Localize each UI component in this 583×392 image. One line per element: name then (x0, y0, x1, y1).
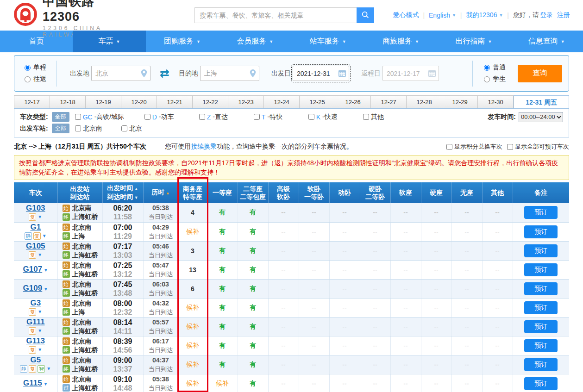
date-tab[interactable]: 12-22 (193, 95, 228, 109)
search-input[interactable] (194, 7, 357, 23)
expand-caret-icon[interactable]: ▼ (46, 365, 51, 373)
col-header-历时[interactable]: 历时 ▲ (143, 182, 178, 203)
expand-caret-icon[interactable]: ▼ (38, 213, 42, 221)
train-code-link[interactable]: G103 (26, 204, 45, 212)
toggle-显示全部可预订车次[interactable]: 显示全部可预订车次 (507, 143, 569, 151)
depart-time-select[interactable]: 00:00--24:00 (519, 112, 563, 122)
round-trip-radio[interactable]: 往返 (25, 75, 46, 83)
checkbox[interactable] (363, 114, 369, 120)
train-type-all-badge[interactable]: 全部 (52, 112, 69, 122)
sort-asc-icon[interactable]: ▲ (164, 191, 169, 195)
train-code-link[interactable]: G1 (30, 223, 41, 231)
nav-item-车票[interactable]: 车票▼ (73, 31, 145, 52)
train-code-link[interactable]: G113 (26, 336, 45, 345)
train-type-filter-GC[interactable]: GC-高铁/城际 (75, 113, 144, 121)
checkbox[interactable] (75, 125, 81, 131)
date-tab[interactable]: 12-25 (300, 95, 335, 109)
date-tab[interactable]: 12-18 (50, 95, 86, 109)
train-code-link[interactable]: G109 (23, 284, 43, 292)
col-header-其他[interactable]: 其他 (482, 182, 513, 203)
col-header-高级软卧[interactable]: 高级软卧 (268, 182, 299, 203)
train-type-filter-其他[interactable]: 其他 (363, 113, 418, 121)
checkbox[interactable] (254, 114, 260, 120)
toggle-显示积分兑换车次[interactable]: 显示积分兑换车次 (446, 143, 502, 151)
love-mode-link[interactable]: 爱心模式 (393, 11, 419, 19)
date-tab[interactable]: 12-29 (442, 95, 478, 109)
train-code-link[interactable]: G115 (23, 379, 42, 387)
col-header-软座[interactable]: 软座 (390, 182, 421, 203)
date-tab[interactable]: 12-27 (371, 95, 407, 109)
col-header-软卧一等卧[interactable]: 软卧一等卧 (299, 182, 329, 203)
book-button[interactable]: 预订 (524, 225, 558, 238)
query-button[interactable]: 查询 (518, 65, 562, 82)
checkbox[interactable] (199, 114, 205, 120)
station-filter-北京[interactable]: 北京 (121, 124, 168, 133)
date-tab[interactable]: 12-17 (14, 95, 50, 109)
nav-item-会员服务[interactable]: 会员服务▼ (219, 31, 291, 52)
date-tab-active[interactable]: 12-31 周五 (514, 95, 569, 110)
train-code-link[interactable]: G3 (30, 299, 41, 307)
expand-caret-icon[interactable]: ▼ (42, 232, 47, 240)
col-header-动卧[interactable]: 动卧 (329, 182, 360, 203)
date-tab[interactable]: 12-20 (121, 95, 157, 109)
expand-caret-icon[interactable]: ▼ (38, 308, 42, 316)
col-header-二等座二等包座[interactable]: 二等座二等包座 (238, 182, 268, 203)
checkbox[interactable] (446, 144, 452, 150)
nav-item-商旅服务[interactable]: 商旅服务▼ (364, 31, 437, 52)
train-type-filter-T[interactable]: T-特快 (254, 113, 308, 121)
station-filter-北京南[interactable]: 北京南 (75, 124, 121, 133)
date-tab[interactable]: 12-30 (478, 95, 514, 109)
expand-caret-icon[interactable]: ▼ (42, 286, 48, 292)
my-12306-link[interactable]: 我的12306▼ (466, 11, 503, 19)
nav-item-出行指南[interactable]: 出行指南▼ (437, 31, 510, 52)
expand-caret-icon[interactable]: ▼ (42, 381, 48, 386)
transfer-link[interactable]: 接续换乘 (191, 143, 217, 150)
english-link[interactable]: English▼ (429, 12, 456, 19)
book-button[interactable]: 预订 (524, 320, 558, 333)
book-button[interactable]: 预订 (524, 263, 558, 276)
expand-caret-icon[interactable]: ▼ (38, 327, 42, 335)
checkbox[interactable] (144, 114, 150, 120)
expand-caret-icon[interactable]: ▼ (38, 346, 42, 354)
sort-asc-icon[interactable]: ▲ (133, 187, 138, 191)
col-header-无座[interactable]: 无座 (451, 182, 482, 203)
nav-item-团购服务[interactable]: 团购服务▼ (146, 31, 219, 52)
book-button[interactable]: 预订 (524, 358, 558, 371)
date-tab[interactable]: 12-21 (157, 95, 193, 109)
col-header-车次[interactable]: 车次 (14, 182, 57, 203)
book-button[interactable]: 预订 (524, 339, 558, 352)
nav-item-首页[interactable]: 首页 (0, 31, 73, 52)
book-button[interactable]: 预订 (524, 301, 558, 314)
date-tab[interactable]: 12-23 (228, 95, 264, 109)
one-way-radio[interactable]: 单程 (25, 63, 46, 72)
col-header-备注[interactable]: 备注 (513, 182, 569, 203)
date-tab[interactable]: 12-19 (86, 95, 121, 109)
date-tab[interactable]: 12-26 (335, 95, 371, 109)
book-button[interactable]: 预订 (524, 377, 558, 390)
normal-radio[interactable]: 普通 (484, 63, 506, 72)
checkbox[interactable] (121, 125, 127, 131)
checkbox[interactable] (75, 114, 81, 120)
train-type-filter-Z[interactable]: Z-直达 (199, 113, 254, 121)
train-code-link[interactable]: G107 (23, 265, 43, 274)
login-link[interactable]: 登录 (540, 11, 553, 19)
station-all-badge[interactable]: 全部 (52, 124, 69, 133)
train-code-link[interactable]: G111 (26, 317, 45, 326)
register-link[interactable]: 注册 (557, 11, 570, 19)
book-button[interactable]: 预订 (524, 282, 558, 295)
date-tab[interactable]: 12-28 (407, 95, 442, 109)
nav-item-站车服务[interactable]: 站车服务▼ (292, 31, 364, 52)
checkbox[interactable] (308, 114, 314, 120)
col-header-出发站到达站[interactable]: 出发站到达站 (57, 182, 102, 203)
train-type-filter-K[interactable]: K-快速 (308, 113, 363, 121)
nav-item-信息查询[interactable]: 信息查询▼ (510, 31, 583, 52)
col-header-一等座[interactable]: 一等座 (207, 182, 238, 203)
student-radio[interactable]: 学生 (484, 75, 506, 83)
checkbox[interactable] (507, 144, 513, 150)
expand-caret-icon[interactable]: ▼ (42, 268, 48, 273)
search-button[interactable] (357, 7, 374, 23)
date-tab[interactable]: 12-24 (264, 95, 300, 109)
book-button[interactable]: 预订 (524, 244, 558, 257)
col-header-硬卧二等卧[interactable]: 硬卧二等卧 (360, 182, 390, 203)
expand-caret-icon[interactable]: ▼ (38, 251, 42, 259)
